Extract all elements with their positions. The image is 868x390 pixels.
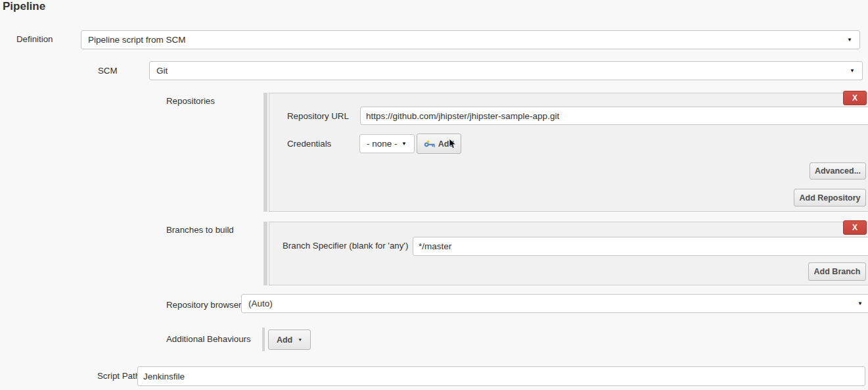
dropdown-arrow-icon: ▼ (857, 301, 863, 306)
repository-chunk-drag-handle[interactable] (263, 93, 267, 212)
repository-browser-select-value: (Auto) (248, 299, 273, 308)
delete-branch-button[interactable]: X (843, 220, 867, 235)
credentials-label: Credentials (287, 139, 331, 149)
repository-url-label: Repository URL (287, 111, 349, 121)
repositories-label: Repositories (166, 96, 215, 106)
add-branch-button[interactable]: Add Branch (808, 262, 866, 281)
branch-specifier-label: Branch Specifier (blank for 'any') (283, 241, 408, 251)
add-behaviour-button[interactable]: Add ▼ (268, 329, 311, 350)
behaviours-drag-handle (262, 328, 265, 351)
key-icon (424, 140, 435, 148)
repository-url-input[interactable] (360, 107, 868, 125)
dropdown-arrow-icon: ▼ (847, 37, 852, 43)
repository-browser-label: Repository browser (166, 300, 242, 310)
additional-behaviours-label: Additional Behaviours (166, 334, 251, 344)
delete-repository-button[interactable]: X (843, 91, 867, 105)
add-credentials-button-label: Add (438, 139, 454, 149)
definition-select[interactable]: Pipeline script from SCM ▼ (81, 30, 860, 49)
add-repository-button[interactable]: Add Repository (794, 189, 866, 207)
advanced-button[interactable]: Advanced... (810, 162, 866, 180)
branch-chunk-drag-handle[interactable] (263, 222, 267, 285)
definition-select-value: Pipeline script from SCM (88, 35, 186, 45)
scm-select[interactable]: Git ▼ (149, 61, 863, 80)
repository-browser-select[interactable]: (Auto) ▼ (241, 294, 868, 313)
add-credentials-button[interactable]: Add (417, 134, 461, 154)
dropdown-arrow-icon: ▼ (850, 68, 855, 74)
dropdown-arrow-icon: ▼ (401, 141, 407, 147)
scm-label: SCM (98, 66, 118, 76)
branch-specifier-input[interactable] (413, 237, 868, 256)
page-title: Pipeline (3, 0, 45, 13)
scm-select-value: Git (156, 66, 168, 76)
credentials-select[interactable]: - none - ▼ (359, 134, 415, 153)
script-path-label: Script Path (97, 371, 140, 381)
caret-down-icon: ▼ (298, 337, 302, 342)
branches-to-build-label: Branches to build (166, 225, 234, 235)
definition-label: Definition (16, 34, 53, 44)
script-path-input[interactable] (137, 366, 865, 386)
pipeline-config-page: Pipeline Definition Pipeline script from… (0, 0, 868, 390)
add-behaviour-button-label: Add (277, 335, 292, 345)
credentials-select-value: - none - (367, 139, 398, 149)
